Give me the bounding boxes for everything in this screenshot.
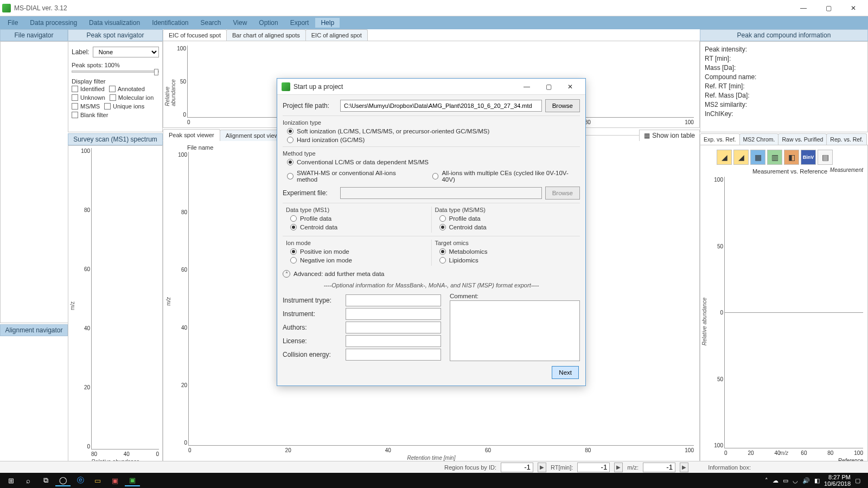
next-button[interactable]: Next (552, 366, 579, 379)
data-type-msms-label: Data type (MS/MS) (435, 207, 577, 213)
experiment-file-label: Experiment file: (283, 189, 337, 197)
ion-mode-label: Ion mode (286, 240, 428, 246)
radio-ms1-profile[interactable]: Profile data (290, 215, 428, 222)
dialog-title: Start up a project (293, 83, 516, 91)
radio-metabolomics[interactable]: Metabolomics (439, 248, 577, 255)
experiment-file-input[interactable] (340, 187, 542, 199)
project-path-input[interactable] (340, 100, 542, 112)
radio-conventional[interactable]: Conventional LC/MS or data dependent MS/… (287, 159, 580, 165)
startup-project-dialog: Start up a project — ▢ ✕ Project file pa… (277, 78, 586, 386)
radio-negative[interactable]: Negative ion mode (290, 257, 428, 264)
radio-lipidomics[interactable]: Lipidomics (439, 257, 577, 264)
authors-input[interactable] (346, 322, 441, 333)
dialog-app-icon (282, 82, 290, 91)
dialog-close[interactable]: ✕ (559, 79, 581, 94)
optional-note: ----Optional information for MassBank-, … (283, 282, 580, 288)
radio-positive[interactable]: Positive ion mode (290, 248, 428, 255)
chevron-up-icon: ˄ (283, 270, 290, 278)
radio-hard-ionization[interactable]: Hard ionization (GC/MS) (287, 137, 580, 143)
radio-allions[interactable]: All-ions with multiple CEs (cycled like … (432, 170, 580, 183)
radio-swath[interactable]: SWATH-MS or conventional All-ions method (287, 170, 417, 183)
comment-textarea[interactable] (450, 300, 580, 361)
radio-msms-profile[interactable]: Profile data (439, 215, 577, 222)
ionization-type-label: Ionization type (283, 119, 580, 126)
license-input[interactable] (346, 335, 441, 347)
comment-label: Comment: (450, 293, 580, 299)
radio-msms-centroid[interactable]: Centroid data (439, 224, 577, 230)
advanced-toggle[interactable]: ˄ Advanced: add further meta data (283, 270, 580, 278)
dialog-minimize[interactable]: — (516, 79, 538, 94)
instrument-input[interactable] (346, 308, 441, 320)
target-omics-label: Target omics (435, 240, 577, 246)
experiment-file-browse-button[interactable]: Browse (545, 187, 580, 200)
authors-label: Authors: (283, 324, 342, 331)
license-label: License: (283, 337, 342, 345)
project-path-browse-button[interactable]: Browse (545, 99, 580, 112)
project-path-label: Project file path: (283, 102, 337, 110)
collision-energy-input[interactable] (346, 349, 441, 361)
instrument-type-label: Instrument trype: (283, 297, 342, 304)
radio-ms1-centroid[interactable]: Centroid data (290, 224, 428, 230)
data-type-ms1-label: Data type (MS1) (286, 207, 428, 213)
instrument-label: Instrument: (283, 310, 342, 318)
dialog-maximize[interactable]: ▢ (538, 79, 559, 94)
dialog-titlebar: Start up a project — ▢ ✕ (277, 79, 585, 95)
collision-energy-label: Collision energy: (283, 351, 342, 358)
radio-soft-ionization[interactable]: Soft ionization (LC/MS, LC/MS/MS, or pre… (287, 128, 580, 134)
method-type-label: Method type (283, 150, 580, 157)
instrument-type-input[interactable] (346, 294, 441, 306)
dialog-overlay: Start up a project — ▢ ✕ Project file pa… (0, 0, 868, 488)
